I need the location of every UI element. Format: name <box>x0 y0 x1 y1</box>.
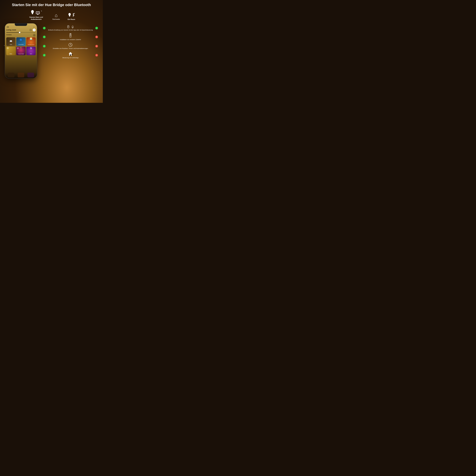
soho-scene-name: Soho <box>27 53 35 54</box>
bluetooth-cross-accessories: ✕ <box>94 35 99 38</box>
bridge-check-routines: ✓ <box>42 45 47 48</box>
room-header: Living room ••• ⏻ <box>6 29 36 32</box>
phone-outer: ▌▌▌ ▲ ▪ Living room ••• <box>5 23 37 78</box>
phone-mockup: ▌▌▌ ▲ ▪ Living room ••• <box>4 23 41 78</box>
svg-rect-13 <box>69 16 70 17</box>
range-label: Reichweite <box>52 18 60 20</box>
savannah-scene-icon: 🌅 <box>30 37 32 40</box>
bridge-check-scene: ✓ <box>42 27 47 29</box>
feature-row-routines: ✓ Einstellen von Routinen, Timern und Au… <box>42 43 99 50</box>
concentrate-scene-icon: 🔵 <box>20 39 22 41</box>
room-name: Living room <box>6 29 16 31</box>
bluetooth-label: Ein Raum <box>68 18 75 20</box>
feature-text-accessories: Installation von smartem Zubehör <box>60 38 81 41</box>
slider-track <box>6 32 36 33</box>
bridge-check-accessories: ✓ <box>42 35 47 38</box>
cross-icon-remote: ✕ <box>96 54 97 56</box>
scene-card-savannah[interactable]: 🌅 Savannah Sunset <box>26 37 36 46</box>
wifi-icon: ▲ <box>33 26 34 28</box>
relax-scene-name: Relax <box>7 53 15 54</box>
feature-center-accessories: Installation von smartem Zubehör <box>47 33 94 41</box>
svg-rect-1 <box>32 13 33 13</box>
page-title: Starten Sie mit der Hue Bridge oder Blue… <box>4 3 99 7</box>
edit-overlay[interactable]: ✎ <box>7 47 9 49</box>
svg-line-17 <box>72 14 73 15</box>
check-circle-bridge-routines: ✓ <box>43 45 46 48</box>
range-column: ⌂ Reichweite <box>49 13 64 20</box>
concentrate-scene-name: Concentrate <box>17 44 25 45</box>
brightness-slider[interactable] <box>6 32 36 33</box>
cross-circle-bt-acc: ✕ <box>95 36 98 38</box>
soho-scene-icon: 🔮 <box>30 47 32 50</box>
battery-icon: ▪ <box>35 26 35 28</box>
status-icons: ▲ ▪ <box>33 26 35 28</box>
power-button[interactable]: ⏻ <box>33 29 36 32</box>
cross-circle-bt-remote: ✕ <box>95 54 98 57</box>
bulb-icon-2 <box>68 13 71 17</box>
range-icon: ⌂ <box>55 13 58 18</box>
svg-point-6 <box>37 13 37 13</box>
scene-card-read[interactable]: 📖 Read <box>6 37 16 46</box>
bottom-scene-3 <box>27 73 34 77</box>
svg-marker-33 <box>69 52 72 54</box>
check-icon: ✓ <box>44 27 45 29</box>
svg-point-7 <box>37 13 38 13</box>
nfc-icons <box>67 25 74 29</box>
accessory-icon <box>69 33 72 38</box>
dots-button[interactable]: ••• <box>29 29 32 31</box>
scene-card-tropical[interactable]: ••• 🌴 Tropical Twilight <box>16 47 26 55</box>
bulb-icon <box>30 10 34 15</box>
phone-bottom-strip <box>5 72 37 78</box>
cross-circle-bt-routines: ✕ <box>95 45 98 48</box>
savannah-scene-name: Savannah Sunset <box>27 44 35 45</box>
read-scene-icon: 📖 <box>10 40 12 42</box>
svg-rect-12 <box>69 16 70 16</box>
scene-card-relax[interactable]: ✎ Relax <box>6 47 16 55</box>
svg-rect-11 <box>69 16 70 16</box>
svg-line-18 <box>72 16 73 16</box>
add-scene-button[interactable]: + <box>33 34 36 36</box>
bluetooth-icon <box>72 13 75 17</box>
phone-screen: ▌▌▌ ▲ ▪ Living room ••• <box>5 23 37 78</box>
svg-point-32 <box>70 45 71 45</box>
svg-rect-2 <box>32 13 33 14</box>
svg-point-26 <box>70 36 71 36</box>
bottom-scene-1 <box>8 73 15 77</box>
bluetooth-cross-routines: ✕ <box>94 45 99 48</box>
more-overlay[interactable]: ••• <box>17 47 19 49</box>
feature-row-remote: ✓ Steuerung von unterwegs <box>42 52 99 59</box>
bridge-column: * Ganzes Haus und Außenbereich <box>24 10 49 20</box>
svg-marker-15 <box>73 15 74 16</box>
bluetooth-cross-remote: ✕ <box>94 54 99 57</box>
feature-row-accessories: ✓ Installation von smartem Zubehör <box>42 33 99 41</box>
check-icon-remote: ✓ <box>44 54 45 56</box>
feature-row-scene-creation: ✓ <box>42 25 99 31</box>
bridge-check-remote: ✓ <box>42 54 47 57</box>
voice-icon <box>71 25 74 29</box>
power-icon: ⏻ <box>34 29 35 31</box>
scene-card-concentrate[interactable]: 🔵 Concentrate <box>16 37 26 46</box>
tropical-scene-icon: 🌴 <box>20 47 22 49</box>
svg-rect-24 <box>70 34 71 34</box>
page-content: Starten Sie mit der Hue Bridge oder Blue… <box>0 0 103 103</box>
bridge-icon <box>35 10 40 15</box>
signal-bars: ▌▌▌ <box>7 26 9 28</box>
slider-thumb <box>19 32 20 33</box>
bridge-asterisk: * <box>41 10 42 13</box>
svg-point-10 <box>68 13 71 16</box>
cross-icon-routines: ✕ <box>96 45 97 47</box>
dots-icon: ••• <box>30 29 31 31</box>
room-actions: ••• ⏻ <box>29 29 36 32</box>
scene-card-soho[interactable]: 🔮 Soho <box>26 47 36 55</box>
feature-text-remote: Steuerung von unterwegs <box>62 57 79 59</box>
plus-icon: + <box>34 34 35 36</box>
scenes-grid-row2: ✎ Relax ••• 🌴 Tropical Twilight 🔮 Soho <box>6 47 36 55</box>
svg-rect-3 <box>32 14 33 14</box>
svg-marker-14 <box>73 13 74 15</box>
comparison-section: ✓ <box>41 25 99 61</box>
feature-text-scene: Einfache Erstellung von Szenen mit der A… <box>48 29 93 31</box>
cross-icon-acc: ✕ <box>96 36 97 38</box>
svg-rect-9 <box>37 14 38 15</box>
check-icon-routines: ✓ <box>44 45 45 47</box>
check-circle-bridge-scene: ✓ <box>43 27 46 29</box>
